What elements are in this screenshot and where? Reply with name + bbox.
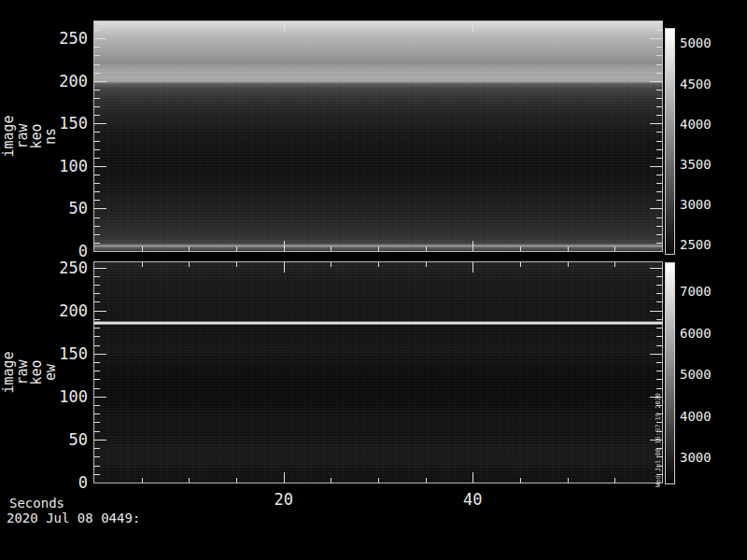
y-tick xyxy=(94,379,100,380)
y-tick xyxy=(94,456,100,457)
y-tick-label: 0 xyxy=(19,475,88,490)
y-tick xyxy=(94,98,100,99)
x-tick xyxy=(472,241,473,251)
creation-timestamp: Wed Jul 08 16:37:19 2020 xyxy=(653,397,666,483)
colorbar-tick-label: 5000 xyxy=(680,36,712,49)
y-tick xyxy=(94,234,100,235)
panel-ns-ylabel: imagerawkeons xyxy=(0,21,60,252)
x-tick xyxy=(614,262,615,267)
x-tick xyxy=(520,21,521,26)
y-tick xyxy=(650,311,662,312)
y-tick xyxy=(94,73,100,74)
keogram-panel-ns xyxy=(93,21,663,252)
y-tick-label: 150 xyxy=(19,116,88,131)
x-tick xyxy=(142,478,143,483)
y-tick xyxy=(94,149,100,150)
keogram-image-ns xyxy=(94,21,662,251)
x-tick xyxy=(236,21,237,26)
x-tick xyxy=(426,262,427,267)
y-tick xyxy=(94,47,100,48)
y-tick xyxy=(656,98,662,99)
y-tick xyxy=(94,431,100,432)
colorbar-tick-label: 4000 xyxy=(680,118,712,131)
x-tick xyxy=(472,262,473,273)
panel-ew-ylabel: imagerawkeoew xyxy=(0,261,60,483)
y-tick xyxy=(94,166,106,167)
colorbar-tick-label: 4000 xyxy=(680,410,712,423)
y-tick xyxy=(94,106,100,107)
y-tick xyxy=(94,440,106,441)
x-tick xyxy=(331,478,331,483)
y-tick xyxy=(94,191,100,192)
x-tick xyxy=(142,262,143,267)
y-tick xyxy=(656,293,662,294)
y-tick xyxy=(94,354,106,355)
x-tick xyxy=(520,246,521,251)
x-tick xyxy=(284,21,285,32)
x-tick-label: 40 xyxy=(444,492,500,507)
colorbar-tick-label: 3000 xyxy=(680,198,712,211)
colorbar-tick-label: 6000 xyxy=(680,327,712,340)
y-tick xyxy=(94,319,100,320)
colorbar-tick-label: 4500 xyxy=(680,77,712,91)
y-tick xyxy=(656,55,662,56)
x-tick xyxy=(189,21,190,26)
y-tick xyxy=(94,448,100,449)
y-tick xyxy=(94,217,100,218)
y-tick xyxy=(94,30,100,31)
y-tick xyxy=(94,362,100,363)
y-tick xyxy=(650,268,662,269)
y-tick xyxy=(656,243,662,244)
y-tick-label: 100 xyxy=(19,389,88,404)
y-tick xyxy=(94,38,106,39)
y-tick-label: 50 xyxy=(19,201,88,216)
y-tick xyxy=(94,336,100,337)
x-tick-label: 20 xyxy=(256,492,312,507)
x-tick xyxy=(378,262,379,267)
x-tick xyxy=(568,478,569,483)
y-tick xyxy=(656,132,662,133)
y-tick xyxy=(656,158,662,159)
x-tick xyxy=(236,246,237,251)
y-tick xyxy=(94,413,100,414)
colorbar-ns xyxy=(665,28,675,255)
y-tick xyxy=(94,175,100,175)
y-tick xyxy=(656,217,662,218)
y-tick xyxy=(650,354,662,355)
y-tick xyxy=(656,285,662,286)
x-tick xyxy=(378,21,379,26)
keogram-image-ew xyxy=(94,262,662,483)
y-tick xyxy=(94,405,100,406)
x-tick xyxy=(520,262,521,267)
x-tick xyxy=(331,246,331,251)
x-tick xyxy=(614,246,615,251)
x-tick xyxy=(284,241,285,251)
xaxis-title: Seconds xyxy=(9,497,64,511)
y-tick xyxy=(656,319,662,320)
y-tick-label: 200 xyxy=(19,303,88,318)
x-tick xyxy=(284,262,285,273)
x-tick xyxy=(472,472,473,483)
y-tick xyxy=(94,466,100,467)
y-tick xyxy=(656,175,662,175)
y-tick xyxy=(656,301,662,302)
y-tick xyxy=(650,38,662,39)
y-tick xyxy=(94,226,100,227)
y-tick xyxy=(94,55,100,56)
y-tick xyxy=(94,371,100,371)
y-tick xyxy=(94,81,106,82)
y-tick xyxy=(656,149,662,150)
y-tick xyxy=(656,234,662,235)
y-tick xyxy=(94,285,100,286)
y-tick xyxy=(656,115,662,116)
colorbar-tick-label: 3000 xyxy=(680,451,712,464)
x-tick xyxy=(378,246,379,251)
keogram-panel-ew xyxy=(93,261,663,483)
y-tick xyxy=(94,268,106,269)
y-tick xyxy=(656,90,662,91)
y-tick xyxy=(650,208,662,209)
x-tick xyxy=(614,478,615,483)
y-tick xyxy=(656,200,662,201)
y-tick xyxy=(94,388,100,389)
x-tick xyxy=(426,21,427,26)
